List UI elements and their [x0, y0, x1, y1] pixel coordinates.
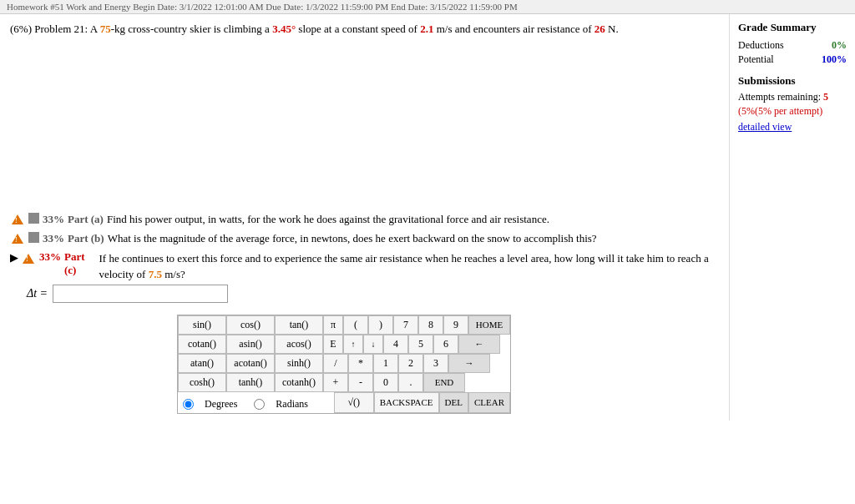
pct-rest: (5% per attempt)	[755, 105, 822, 117]
part-c-sublabel: Part (c)	[64, 250, 95, 277]
attempts-value: 5	[823, 91, 828, 103]
calc-7[interactable]: 7	[393, 315, 418, 335]
calc-9[interactable]: 9	[443, 315, 468, 335]
potential-label: Potential	[738, 53, 774, 66]
attempts-label: Attempts remaining:	[738, 91, 821, 103]
problem-desc-mid2: slope at a constant speed of	[296, 23, 420, 35]
calc-acos[interactable]: acos()	[275, 335, 323, 354]
degrees-radians-row: Degrees Radians	[178, 396, 334, 413]
calc-row-2: cotan() asin() acos() E ↑ ↓ 4 5 6 ←	[178, 335, 510, 354]
topbar-text: Homework #51 Work and Energy Begin Date:…	[7, 2, 518, 12]
potential-value: 100%	[822, 53, 847, 66]
deductions-label: Deductions	[738, 39, 784, 52]
calc-e[interactable]: E	[323, 335, 343, 354]
calc-minus[interactable]: -	[348, 373, 373, 392]
pct-value: 5%	[741, 105, 755, 117]
calc-cosh[interactable]: cosh()	[178, 373, 226, 392]
part-b-label: 33%	[43, 230, 64, 247]
calc-sqrt[interactable]: √()	[334, 392, 374, 413]
calc-sin[interactable]: sin()	[178, 315, 226, 335]
part-c-text-main: If he continues to exert this force and …	[99, 252, 708, 281]
part-a-icon	[10, 212, 25, 227]
pct-note: (5%(5% per attempt)	[738, 105, 847, 118]
calc-multiply[interactable]: *	[348, 354, 373, 373]
part-b-icon	[10, 231, 25, 246]
calc-acotan[interactable]: acotan()	[226, 354, 275, 373]
grade-summary-title: Grade Summary	[738, 21, 847, 34]
radians-label: Radians	[276, 398, 308, 411]
delta-t-label: Δt =	[27, 287, 48, 300]
empty-space	[10, 44, 719, 211]
calc-cotanh[interactable]: cotanh()	[275, 373, 323, 392]
calc-cos[interactable]: cos()	[226, 315, 275, 335]
calc-del[interactable]: DEL	[439, 392, 468, 413]
calc-atan[interactable]: atan()	[178, 354, 226, 373]
calc-backspace[interactable]: BACKSPACE	[374, 392, 439, 413]
answer-input[interactable]	[53, 285, 228, 303]
calc-left-arrow[interactable]: ←	[458, 335, 500, 354]
part-a-line: 33% Part (a) Find his power output, in w…	[10, 211, 719, 228]
calc-home[interactable]: HOME	[468, 315, 510, 335]
degrees-radio[interactable]	[183, 399, 194, 410]
calc-row-4: cosh() tanh() cotanh() + - 0 . END	[178, 373, 510, 392]
problem-angle: 3.45°	[272, 23, 296, 35]
calc-close-paren[interactable]: )	[368, 315, 393, 335]
top-bar: Homework #51 Work and Energy Begin Date:…	[0, 0, 855, 14]
calc-clear[interactable]: CLEAR	[468, 392, 510, 413]
part-c-velocity: 7.5	[149, 268, 162, 280]
problem-resistance: 26	[594, 23, 605, 35]
calc-cotan[interactable]: cotan()	[178, 335, 226, 354]
deductions-row: Deductions 0%	[738, 39, 847, 52]
radians-radio[interactable]	[254, 399, 265, 410]
calc-3[interactable]: 3	[423, 354, 448, 373]
calc-row-1: sin() cos() tan() π ( ) 7 8 9 HOME	[178, 315, 510, 335]
calc-grid: sin() cos() tan() π ( ) 7 8 9 HOME cotan…	[177, 315, 511, 414]
part-c-text: If he continues to exert this force and …	[99, 250, 719, 283]
input-row: Δt =	[27, 285, 719, 303]
degrees-label: Degrees	[205, 398, 237, 411]
calc-arrow-up[interactable]: ↑	[343, 335, 363, 354]
part-a-check	[28, 213, 39, 224]
part-a-text: Find his power output, in watts, for the…	[107, 211, 549, 228]
calc-0[interactable]: 0	[373, 373, 398, 392]
part-b-sublabel: Part (b)	[68, 230, 104, 247]
part-b-check	[28, 232, 39, 243]
deductions-value: 0%	[832, 39, 847, 52]
part-c-line: ▶ 33% Part (c) If he continues to exert …	[10, 250, 719, 283]
calc-8[interactable]: 8	[418, 315, 443, 335]
calc-2[interactable]: 2	[398, 354, 423, 373]
calc-row-5: Degrees Radians √() BACKSPACE DEL CLEAR	[178, 392, 510, 413]
problem-desc-pre: A	[90, 23, 100, 35]
calc-4[interactable]: 4	[383, 335, 408, 354]
calc-dot[interactable]: .	[398, 373, 423, 392]
part-c-velocity-unit: m/s?	[162, 268, 185, 280]
calc-tanh[interactable]: tanh()	[226, 373, 275, 392]
submissions-title: Submissions	[738, 74, 847, 88]
left-panel: (6%) Problem 21: A 75-kg cross-country s…	[0, 14, 730, 421]
right-panel: Grade Summary Deductions 0% Potential 10…	[730, 14, 855, 421]
part-c-pct: 33%	[39, 250, 61, 264]
part-c-arrow: ▶	[10, 251, 18, 265]
calc-open-paren[interactable]: (	[343, 315, 368, 335]
calc-right-arrow[interactable]: →	[448, 354, 490, 373]
calc-plus[interactable]: +	[323, 373, 348, 392]
problem-header: (6%) Problem 21: A 75-kg cross-country s…	[10, 21, 719, 38]
calc-divide[interactable]: /	[323, 354, 348, 373]
calc-end[interactable]: END	[423, 373, 465, 392]
calc-1[interactable]: 1	[373, 354, 398, 373]
problem-mass: 75	[100, 23, 111, 35]
part-c-icon	[21, 251, 36, 266]
part-b-text: What is the magnitude of the average for…	[108, 230, 597, 247]
warning-triangle-c	[23, 254, 34, 264]
calc-5[interactable]: 5	[408, 335, 433, 354]
calc-sinh[interactable]: sinh()	[275, 354, 323, 373]
detailed-view-link[interactable]: detailed view	[738, 121, 792, 133]
calc-row-3: atan() acotan() sinh() / * 1 2 3 →	[178, 354, 510, 373]
calc-pi[interactable]: π	[323, 315, 343, 335]
calc-tan[interactable]: tan()	[275, 315, 323, 335]
calc-arrow-down[interactable]: ↓	[363, 335, 383, 354]
calc-6[interactable]: 6	[433, 335, 458, 354]
calc-asin[interactable]: asin()	[226, 335, 275, 354]
warning-triangle-a	[12, 214, 23, 224]
warning-triangle-b	[12, 234, 23, 244]
